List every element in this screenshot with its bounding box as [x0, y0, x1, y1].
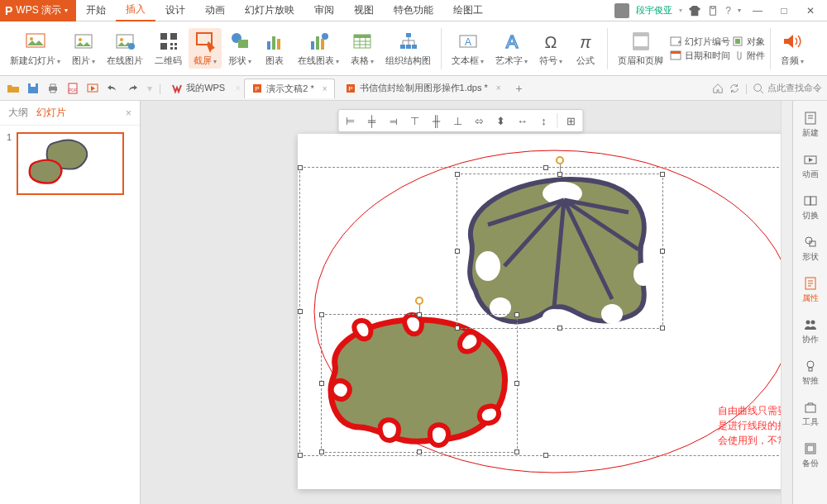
- panel-backup[interactable]: 备份: [793, 438, 827, 473]
- distribute-v-icon[interactable]: ⬍: [491, 112, 511, 130]
- outline-tab[interactable]: 大纲: [8, 106, 28, 120]
- doc-tab-1[interactable]: P 书信信封绘制用图形操作1.dps * ×: [338, 78, 508, 98]
- avatar[interactable]: [614, 3, 629, 18]
- mywps-tab[interactable]: 我的WPS: [165, 78, 232, 98]
- svg-rect-41: [633, 46, 648, 50]
- save-icon[interactable]: [25, 80, 41, 97]
- image-button[interactable]: 图片: [67, 28, 100, 69]
- print-icon[interactable]: [45, 80, 61, 97]
- screenshot-button[interactable]: 截屏: [189, 28, 222, 69]
- online-image-button[interactable]: 在线图片: [102, 28, 148, 69]
- command-search[interactable]: 点此查找命令: [753, 82, 822, 94]
- add-tab-button[interactable]: +: [511, 80, 528, 97]
- wordart-button[interactable]: A 艺术字: [490, 28, 533, 69]
- home-icon[interactable]: [712, 83, 724, 94]
- close-tab-icon[interactable]: ×: [323, 84, 327, 93]
- header-footer-button[interactable]: 页眉和页脚: [613, 28, 668, 69]
- panel-prop[interactable]: 属性: [793, 273, 827, 307]
- svg-rect-25: [354, 35, 370, 38]
- svg-point-75: [805, 237, 812, 244]
- align-middle-v-icon[interactable]: ╫: [427, 112, 447, 130]
- panel-tool[interactable]: 工具: [793, 397, 827, 431]
- svg-rect-87: [807, 445, 814, 452]
- panel-shape[interactable]: 形状: [793, 231, 827, 266]
- tab-slideshow[interactable]: 幻灯片放映: [235, 0, 304, 21]
- align-left-icon[interactable]: ⊨: [341, 112, 361, 130]
- sync-icon[interactable]: [729, 83, 740, 94]
- orgchart-button[interactable]: 组织结构图: [380, 28, 436, 69]
- undo-icon[interactable]: [104, 80, 121, 97]
- same-height-icon[interactable]: ↕: [534, 112, 554, 130]
- svg-rect-33: [412, 45, 417, 49]
- qrcode-button[interactable]: 二维码: [150, 28, 187, 69]
- shape-2-selection[interactable]: [321, 314, 518, 453]
- align-right-icon[interactable]: ⫤: [384, 112, 404, 130]
- textbox-button[interactable]: A 文本框: [447, 28, 489, 69]
- distribute-h-icon[interactable]: ⬄: [470, 112, 490, 130]
- shape-button[interactable]: 形状: [223, 28, 256, 69]
- group-icon[interactable]: ⊞: [562, 112, 581, 130]
- tab-review[interactable]: 审阅: [304, 0, 344, 21]
- svg-rect-31: [400, 45, 405, 49]
- formula-button[interactable]: π 公式: [569, 28, 602, 69]
- open-icon[interactable]: [5, 80, 22, 97]
- svg-rect-7: [160, 33, 167, 40]
- panel-collab[interactable]: 协作: [793, 314, 827, 349]
- svg-point-23: [322, 33, 328, 40]
- attach-button[interactable]: 附件: [732, 50, 765, 62]
- tab-design[interactable]: 设计: [155, 0, 195, 21]
- svg-rect-13: [174, 47, 177, 50]
- svg-line-61: [761, 90, 764, 93]
- user-name[interactable]: 段宇俊亚: [636, 4, 672, 17]
- panel-anim[interactable]: 动画: [793, 149, 827, 183]
- shirt-icon[interactable]: [707, 5, 719, 17]
- table-button[interactable]: 表格: [346, 28, 379, 69]
- svg-point-82: [810, 321, 815, 325]
- tab-home[interactable]: 开始: [76, 0, 116, 21]
- tab-anim[interactable]: 动画: [195, 0, 235, 21]
- align-bottom-icon[interactable]: ⊥: [448, 112, 468, 130]
- doc-tab-2[interactable]: P 演示文稿2 * ×: [244, 78, 334, 98]
- new-slide-button[interactable]: 新建幻灯片: [5, 28, 65, 69]
- export-pdf-icon[interactable]: PDF: [65, 80, 81, 97]
- slides-tab[interactable]: 幻灯片: [36, 106, 66, 120]
- symbol-button[interactable]: Ω 符号: [534, 28, 567, 69]
- ribbon: 新建幻灯片 图片 在线图片 二维码 截屏 形状 图表 在线图表 表格 组织结构图…: [0, 21, 827, 76]
- slide-number-button[interactable]: #幻灯片编号: [670, 36, 730, 48]
- svg-rect-49: [31, 83, 36, 87]
- same-width-icon[interactable]: ↔: [513, 112, 533, 130]
- panel-smart[interactable]: 智推: [793, 355, 827, 390]
- datetime-button[interactable]: 日期和时间: [670, 50, 730, 62]
- skin-icon[interactable]: [689, 5, 700, 17]
- slide-thumbnail-1[interactable]: [17, 132, 124, 195]
- doc-tab-bar: PDF ▾ | 我的WPS × P 演示文稿2 * × P 书信信封绘制用图形操…: [0, 76, 827, 101]
- close-tab-icon[interactable]: ×: [496, 83, 501, 93]
- tab-insert[interactable]: 插入: [116, 0, 155, 21]
- audio-button[interactable]: 音频: [776, 28, 809, 69]
- redo-icon[interactable]: [124, 80, 141, 97]
- panel-switch[interactable]: 切换: [793, 190, 827, 225]
- align-top-icon[interactable]: ⊤: [405, 112, 425, 130]
- close-panel-icon[interactable]: ×: [126, 107, 131, 119]
- align-center-h-icon[interactable]: ╪: [362, 112, 382, 130]
- maximize-button[interactable]: □: [774, 2, 794, 19]
- svg-text:P: P: [256, 85, 260, 93]
- tab-special[interactable]: 特色功能: [384, 0, 443, 21]
- close-button[interactable]: ✕: [801, 2, 820, 19]
- shape-1-selection[interactable]: [457, 174, 663, 329]
- tab-draw[interactable]: 绘图工: [443, 0, 493, 21]
- tab-view[interactable]: 视图: [344, 0, 384, 21]
- minimize-button[interactable]: —: [748, 2, 767, 19]
- svg-text:PDF: PDF: [69, 88, 77, 93]
- chevron-down-icon[interactable]: ▾: [65, 7, 68, 14]
- canvas-area[interactable]: ⊨ ╪ ⫤ ⊤ ╫ ⊥ ⬄ ⬍ ↔ ↕ ⊞: [141, 101, 781, 504]
- slide-canvas[interactable]: 自由曲线只需要了解一下就可以，它就 是进行线段的拉升，在画比较密的线中 会使用到…: [298, 134, 781, 489]
- outline-panel: 大纲 幻灯片 × 1: [0, 101, 141, 504]
- vertical-scrollbar[interactable]: [781, 101, 792, 504]
- preview-icon[interactable]: [84, 80, 101, 97]
- object-button[interactable]: 对象: [732, 36, 765, 48]
- svg-rect-45: [671, 51, 681, 54]
- online-chart-button[interactable]: 在线图表: [293, 28, 344, 69]
- panel-new[interactable]: 新建: [793, 107, 827, 142]
- chart-button[interactable]: 图表: [258, 28, 291, 69]
